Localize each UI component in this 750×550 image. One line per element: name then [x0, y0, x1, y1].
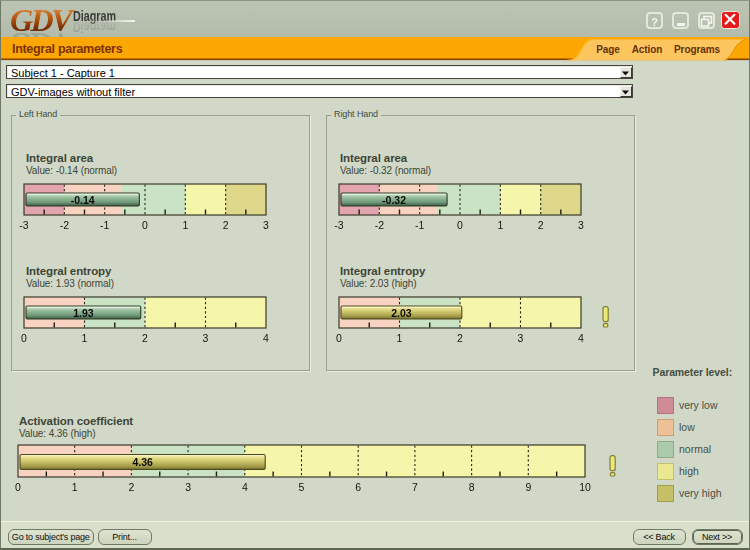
svg-text:2: 2	[142, 331, 148, 343]
svg-text:Integral parameters: Integral parameters	[12, 42, 123, 56]
svg-text:2: 2	[538, 219, 544, 231]
svg-text:4: 4	[578, 331, 584, 343]
svg-text:8: 8	[469, 480, 475, 492]
svg-text:-2: -2	[375, 219, 384, 231]
svg-text:-0.14: -0.14	[71, 194, 95, 206]
svg-text:0: 0	[15, 480, 21, 492]
svg-text:1: 1	[397, 331, 403, 343]
svg-text:1.93: 1.93	[73, 306, 94, 318]
svg-text:4: 4	[263, 331, 269, 343]
svg-text:2: 2	[128, 480, 134, 492]
svg-text:2.03: 2.03	[391, 306, 412, 318]
svg-text:-2: -2	[60, 219, 69, 231]
svg-text:0: 0	[457, 219, 463, 231]
svg-text:2: 2	[457, 331, 463, 343]
svg-text:GDV: GDV	[10, 26, 75, 38]
svg-text:1: 1	[497, 219, 503, 231]
svg-text:3: 3	[185, 480, 191, 492]
svg-text:10: 10	[579, 480, 591, 492]
svg-text:-3: -3	[334, 219, 343, 231]
svg-text:Page: Page	[596, 44, 620, 55]
svg-text:7: 7	[412, 480, 418, 492]
svg-text:-3: -3	[19, 219, 28, 231]
svg-text:1: 1	[72, 480, 78, 492]
svg-text:3: 3	[578, 219, 584, 231]
svg-text:2: 2	[223, 219, 229, 231]
svg-text:3: 3	[263, 219, 269, 231]
svg-text:-1: -1	[415, 219, 424, 231]
svg-text:1: 1	[82, 331, 88, 343]
svg-text:3: 3	[518, 331, 524, 343]
svg-text:5: 5	[299, 480, 305, 492]
svg-text:Programs: Programs	[674, 44, 720, 55]
svg-text:Action: Action	[632, 44, 663, 55]
svg-text:0: 0	[142, 219, 148, 231]
svg-text:0: 0	[336, 331, 342, 343]
svg-text:4.36: 4.36	[132, 456, 153, 468]
svg-text:0: 0	[21, 331, 27, 343]
svg-text:1: 1	[182, 219, 188, 231]
svg-text:4: 4	[242, 480, 248, 492]
svg-text:?: ?	[651, 16, 658, 28]
svg-text:3: 3	[203, 331, 209, 343]
svg-text:-0.32: -0.32	[382, 194, 406, 206]
svg-text:6: 6	[355, 480, 361, 492]
svg-text:9: 9	[525, 480, 531, 492]
svg-text:-1: -1	[100, 219, 109, 231]
